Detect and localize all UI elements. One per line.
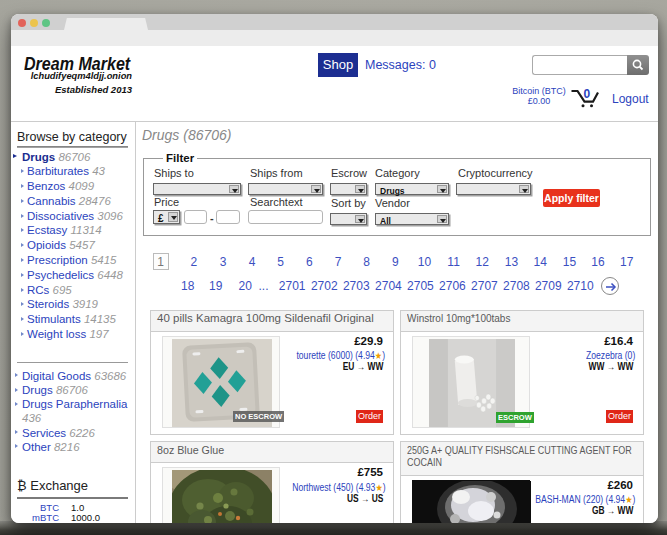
svg-text:0: 0	[584, 87, 591, 101]
